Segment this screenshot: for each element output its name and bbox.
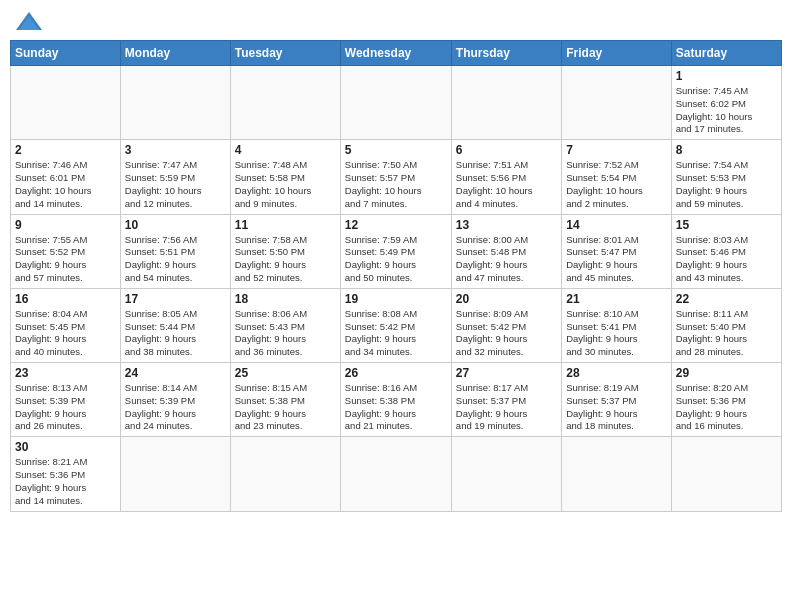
day-number: 9 bbox=[15, 218, 116, 232]
calendar-cell bbox=[562, 437, 671, 511]
calendar-cell bbox=[120, 66, 230, 140]
day-info: Sunrise: 7:55 AM Sunset: 5:52 PM Dayligh… bbox=[15, 234, 116, 285]
calendar-cell: 19Sunrise: 8:08 AM Sunset: 5:42 PM Dayli… bbox=[340, 288, 451, 362]
day-info: Sunrise: 7:54 AM Sunset: 5:53 PM Dayligh… bbox=[676, 159, 777, 210]
day-info: Sunrise: 8:06 AM Sunset: 5:43 PM Dayligh… bbox=[235, 308, 336, 359]
day-info: Sunrise: 7:56 AM Sunset: 5:51 PM Dayligh… bbox=[125, 234, 226, 285]
day-number: 17 bbox=[125, 292, 226, 306]
day-number: 18 bbox=[235, 292, 336, 306]
calendar-cell bbox=[562, 66, 671, 140]
calendar-cell: 21Sunrise: 8:10 AM Sunset: 5:41 PM Dayli… bbox=[562, 288, 671, 362]
day-number: 15 bbox=[676, 218, 777, 232]
week-row-4: 16Sunrise: 8:04 AM Sunset: 5:45 PM Dayli… bbox=[11, 288, 782, 362]
week-row-5: 23Sunrise: 8:13 AM Sunset: 5:39 PM Dayli… bbox=[11, 363, 782, 437]
header-day-wednesday: Wednesday bbox=[340, 41, 451, 66]
day-number: 21 bbox=[566, 292, 666, 306]
day-info: Sunrise: 7:50 AM Sunset: 5:57 PM Dayligh… bbox=[345, 159, 447, 210]
day-number: 27 bbox=[456, 366, 557, 380]
calendar-cell bbox=[340, 437, 451, 511]
day-info: Sunrise: 8:08 AM Sunset: 5:42 PM Dayligh… bbox=[345, 308, 447, 359]
day-number: 22 bbox=[676, 292, 777, 306]
day-info: Sunrise: 8:13 AM Sunset: 5:39 PM Dayligh… bbox=[15, 382, 116, 433]
day-info: Sunrise: 7:51 AM Sunset: 5:56 PM Dayligh… bbox=[456, 159, 557, 210]
header-day-thursday: Thursday bbox=[451, 41, 561, 66]
day-number: 11 bbox=[235, 218, 336, 232]
week-row-2: 2Sunrise: 7:46 AM Sunset: 6:01 PM Daylig… bbox=[11, 140, 782, 214]
calendar-header: SundayMondayTuesdayWednesdayThursdayFrid… bbox=[11, 41, 782, 66]
day-info: Sunrise: 7:46 AM Sunset: 6:01 PM Dayligh… bbox=[15, 159, 116, 210]
day-number: 26 bbox=[345, 366, 447, 380]
calendar-cell: 22Sunrise: 8:11 AM Sunset: 5:40 PM Dayli… bbox=[671, 288, 781, 362]
day-number: 20 bbox=[456, 292, 557, 306]
day-info: Sunrise: 8:11 AM Sunset: 5:40 PM Dayligh… bbox=[676, 308, 777, 359]
day-info: Sunrise: 8:17 AM Sunset: 5:37 PM Dayligh… bbox=[456, 382, 557, 433]
day-number: 30 bbox=[15, 440, 116, 454]
logo bbox=[14, 10, 48, 34]
calendar-cell: 11Sunrise: 7:58 AM Sunset: 5:50 PM Dayli… bbox=[230, 214, 340, 288]
calendar-cell: 1Sunrise: 7:45 AM Sunset: 6:02 PM Daylig… bbox=[671, 66, 781, 140]
calendar-cell: 8Sunrise: 7:54 AM Sunset: 5:53 PM Daylig… bbox=[671, 140, 781, 214]
logo-icon bbox=[14, 10, 44, 34]
day-info: Sunrise: 8:03 AM Sunset: 5:46 PM Dayligh… bbox=[676, 234, 777, 285]
header-day-saturday: Saturday bbox=[671, 41, 781, 66]
day-info: Sunrise: 7:58 AM Sunset: 5:50 PM Dayligh… bbox=[235, 234, 336, 285]
page-header bbox=[10, 10, 782, 34]
header-day-tuesday: Tuesday bbox=[230, 41, 340, 66]
week-row-1: 1Sunrise: 7:45 AM Sunset: 6:02 PM Daylig… bbox=[11, 66, 782, 140]
header-row: SundayMondayTuesdayWednesdayThursdayFrid… bbox=[11, 41, 782, 66]
day-number: 29 bbox=[676, 366, 777, 380]
day-info: Sunrise: 8:19 AM Sunset: 5:37 PM Dayligh… bbox=[566, 382, 666, 433]
day-info: Sunrise: 8:15 AM Sunset: 5:38 PM Dayligh… bbox=[235, 382, 336, 433]
day-number: 23 bbox=[15, 366, 116, 380]
calendar-cell bbox=[230, 66, 340, 140]
day-info: Sunrise: 7:48 AM Sunset: 5:58 PM Dayligh… bbox=[235, 159, 336, 210]
calendar-cell: 20Sunrise: 8:09 AM Sunset: 5:42 PM Dayli… bbox=[451, 288, 561, 362]
calendar-cell: 27Sunrise: 8:17 AM Sunset: 5:37 PM Dayli… bbox=[451, 363, 561, 437]
day-number: 5 bbox=[345, 143, 447, 157]
week-row-3: 9Sunrise: 7:55 AM Sunset: 5:52 PM Daylig… bbox=[11, 214, 782, 288]
day-number: 14 bbox=[566, 218, 666, 232]
day-number: 6 bbox=[456, 143, 557, 157]
day-number: 19 bbox=[345, 292, 447, 306]
calendar-cell: 15Sunrise: 8:03 AM Sunset: 5:46 PM Dayli… bbox=[671, 214, 781, 288]
calendar-cell: 17Sunrise: 8:05 AM Sunset: 5:44 PM Dayli… bbox=[120, 288, 230, 362]
header-day-monday: Monday bbox=[120, 41, 230, 66]
calendar-cell: 28Sunrise: 8:19 AM Sunset: 5:37 PM Dayli… bbox=[562, 363, 671, 437]
calendar-cell: 4Sunrise: 7:48 AM Sunset: 5:58 PM Daylig… bbox=[230, 140, 340, 214]
week-row-6: 30Sunrise: 8:21 AM Sunset: 5:36 PM Dayli… bbox=[11, 437, 782, 511]
header-day-friday: Friday bbox=[562, 41, 671, 66]
calendar-cell: 25Sunrise: 8:15 AM Sunset: 5:38 PM Dayli… bbox=[230, 363, 340, 437]
calendar-cell: 30Sunrise: 8:21 AM Sunset: 5:36 PM Dayli… bbox=[11, 437, 121, 511]
day-number: 8 bbox=[676, 143, 777, 157]
calendar-cell bbox=[340, 66, 451, 140]
day-number: 12 bbox=[345, 218, 447, 232]
day-info: Sunrise: 8:16 AM Sunset: 5:38 PM Dayligh… bbox=[345, 382, 447, 433]
day-number: 28 bbox=[566, 366, 666, 380]
calendar-cell bbox=[451, 437, 561, 511]
day-number: 10 bbox=[125, 218, 226, 232]
calendar-cell: 26Sunrise: 8:16 AM Sunset: 5:38 PM Dayli… bbox=[340, 363, 451, 437]
day-info: Sunrise: 7:52 AM Sunset: 5:54 PM Dayligh… bbox=[566, 159, 666, 210]
calendar-cell: 23Sunrise: 8:13 AM Sunset: 5:39 PM Dayli… bbox=[11, 363, 121, 437]
day-number: 1 bbox=[676, 69, 777, 83]
calendar-cell: 2Sunrise: 7:46 AM Sunset: 6:01 PM Daylig… bbox=[11, 140, 121, 214]
calendar-cell: 18Sunrise: 8:06 AM Sunset: 5:43 PM Dayli… bbox=[230, 288, 340, 362]
day-info: Sunrise: 8:21 AM Sunset: 5:36 PM Dayligh… bbox=[15, 456, 116, 507]
day-info: Sunrise: 8:04 AM Sunset: 5:45 PM Dayligh… bbox=[15, 308, 116, 359]
day-number: 2 bbox=[15, 143, 116, 157]
day-info: Sunrise: 7:47 AM Sunset: 5:59 PM Dayligh… bbox=[125, 159, 226, 210]
calendar-cell bbox=[671, 437, 781, 511]
calendar-cell bbox=[451, 66, 561, 140]
calendar-cell bbox=[11, 66, 121, 140]
calendar-cell: 3Sunrise: 7:47 AM Sunset: 5:59 PM Daylig… bbox=[120, 140, 230, 214]
calendar-body: 1Sunrise: 7:45 AM Sunset: 6:02 PM Daylig… bbox=[11, 66, 782, 512]
day-info: Sunrise: 8:14 AM Sunset: 5:39 PM Dayligh… bbox=[125, 382, 226, 433]
calendar-cell: 7Sunrise: 7:52 AM Sunset: 5:54 PM Daylig… bbox=[562, 140, 671, 214]
calendar-cell: 24Sunrise: 8:14 AM Sunset: 5:39 PM Dayli… bbox=[120, 363, 230, 437]
calendar-cell bbox=[230, 437, 340, 511]
day-number: 13 bbox=[456, 218, 557, 232]
calendar-cell: 13Sunrise: 8:00 AM Sunset: 5:48 PM Dayli… bbox=[451, 214, 561, 288]
day-number: 24 bbox=[125, 366, 226, 380]
calendar-cell: 6Sunrise: 7:51 AM Sunset: 5:56 PM Daylig… bbox=[451, 140, 561, 214]
day-info: Sunrise: 7:59 AM Sunset: 5:49 PM Dayligh… bbox=[345, 234, 447, 285]
